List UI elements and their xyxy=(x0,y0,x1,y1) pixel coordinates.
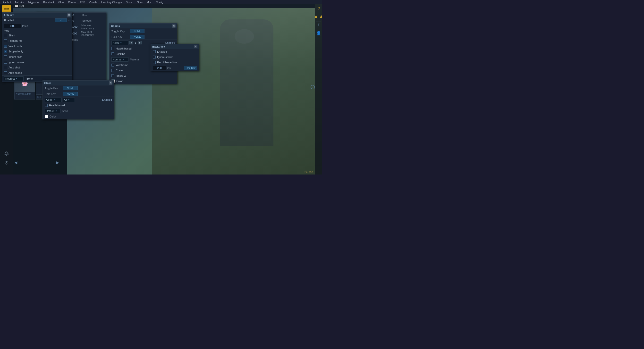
backtrack-time-input[interactable] xyxy=(153,66,166,70)
glow-toggle-key[interactable]: NONE xyxy=(63,86,78,90)
glow-health-check[interactable] xyxy=(45,104,48,107)
antiaim-window: Anti aim ✕ Enabled d ▼ Pitch Yaw Silent … xyxy=(2,12,72,82)
antiaim-close[interactable]: ✕ xyxy=(67,13,71,17)
right-question[interactable]: ? xyxy=(318,6,320,11)
glow-hold-label: Hold Key xyxy=(45,92,62,95)
watermark-text: FC 社区 xyxy=(304,170,313,174)
antiaim-autoshot-check[interactable] xyxy=(4,66,7,69)
antiaim-ff-check[interactable] xyxy=(4,39,7,42)
menu-glow[interactable]: Glow xyxy=(56,0,66,4)
chams-next[interactable]: ▶ xyxy=(138,41,142,44)
antiaim-titlebar[interactable]: Anti aim ✕ xyxy=(2,13,72,17)
chams-allies-dropdown[interactable]: Allies ▼ xyxy=(112,40,128,45)
glow-titlebar[interactable]: Glow ✕ xyxy=(43,81,114,85)
antiaim-scoped-only: Scoped only xyxy=(2,49,72,54)
antiaim-smoke-check[interactable] xyxy=(4,61,7,64)
antiaim-visible-check[interactable] xyxy=(4,45,7,47)
right-sidebar: ? ▲▲ ? 👤 xyxy=(315,4,322,174)
antiaim-autoscope-check[interactable] xyxy=(4,71,7,74)
antiaim-yaw-row: Yaw xyxy=(2,29,72,33)
menu-inventory-changer[interactable]: Inventory Changer xyxy=(99,0,124,4)
news-banner: 📰 新闻 xyxy=(13,4,315,8)
antiaim-title: Anti aim xyxy=(4,13,14,16)
glow-color-swatch[interactable] xyxy=(45,115,48,118)
antiaim-enabled-dropdown[interactable]: d xyxy=(55,18,67,22)
backtrack-enabled: Enabled xyxy=(151,49,199,54)
next-arrow[interactable]: ▶ xyxy=(56,160,59,165)
chams-color-row: Color xyxy=(110,78,177,84)
backtrack-recoil-check[interactable] xyxy=(153,61,156,64)
menu-aimbot[interactable]: Aimbot xyxy=(1,0,13,4)
menu-esp[interactable]: ESP xyxy=(78,0,87,4)
backtrack-window: Backtrack ✕ Enabled Ignore smoke Recoil … xyxy=(150,44,199,71)
menu-sound[interactable]: Sound xyxy=(124,0,135,4)
glow-style-label: Style xyxy=(62,109,68,112)
chams-wireframe-label: Wireframe xyxy=(116,64,128,66)
antiaim-enabled-arrow[interactable]: ▼ xyxy=(68,19,70,21)
news-text: 新闻 xyxy=(19,4,24,8)
svg-text:i: i xyxy=(312,86,313,89)
backtrack-close[interactable]: ✕ xyxy=(194,45,198,48)
prev-arrow[interactable]: ◀ xyxy=(14,160,17,165)
menu-triggerbot[interactable]: Triggerbot xyxy=(26,0,41,4)
chams-cover-check[interactable] xyxy=(112,69,114,72)
antiaim-silent-check[interactable] xyxy=(4,34,7,37)
chams-hold-key[interactable]: NONE xyxy=(130,35,144,39)
chams-toggle-key[interactable]: NONE xyxy=(130,29,144,33)
sidebar-power[interactable] xyxy=(2,159,11,167)
antiaim-scoped-check[interactable] xyxy=(4,50,7,53)
right-rank[interactable]: ▲▲ xyxy=(313,13,322,20)
glow-allies-value: Allies xyxy=(46,98,52,101)
glow-window: Glow ✕ Toggle Key NONE Hold Key NONE All… xyxy=(42,80,114,119)
backtrack-titlebar[interactable]: Backtrack ✕ xyxy=(151,44,199,49)
menu-visuals[interactable]: Visuals xyxy=(87,0,99,4)
menubar: Aimbot Anti aim Triggerbot Backtrack Glo… xyxy=(0,0,322,4)
antiaim-flash-check[interactable] xyxy=(4,55,7,58)
menu-chams[interactable]: Chams xyxy=(66,0,78,4)
menu-antiaim[interactable]: Anti aim xyxy=(13,0,26,4)
right-info[interactable]: i xyxy=(310,85,315,90)
chams-blinking-label: Blinking xyxy=(116,52,125,55)
chams-ignorez-check[interactable] xyxy=(112,74,114,77)
svg-point-8 xyxy=(6,153,7,154)
chams-cover-label: Cover xyxy=(116,69,123,72)
chams-health-check[interactable] xyxy=(112,47,114,50)
csgo-logo: CS:GO xyxy=(2,5,11,12)
antiaim-bone-label: Bone xyxy=(26,77,33,80)
chams-titlebar[interactable]: Chams ✕ xyxy=(110,23,177,28)
glow-allies-dropdown[interactable]: Allies ▼ xyxy=(45,98,62,102)
antiaim-flash-label: Ignore flash xyxy=(8,55,22,58)
antiaim-ignore-flash: Ignore flash xyxy=(2,54,72,59)
antiaim-bone-value: Nearest xyxy=(5,77,15,80)
chams-hold-row: Hold Key NONE xyxy=(110,34,177,39)
chams-blinking-check[interactable] xyxy=(112,52,114,55)
chams-close[interactable]: ✕ xyxy=(172,24,176,28)
chams-material-dropdown[interactable]: Normal ▼ xyxy=(112,57,128,62)
backtrack-enabled-label: Enabled xyxy=(157,50,167,53)
chams-prev[interactable]: ◀ xyxy=(130,41,133,44)
glow-hold-row: Hold Key NONE xyxy=(43,91,114,97)
glow-close[interactable]: ✕ xyxy=(109,81,112,85)
sidebar-settings[interactable] xyxy=(2,150,11,157)
backtrack-timelimit-badge[interactable]: Time limit xyxy=(184,66,197,70)
menu-backtrack[interactable]: Backtrack xyxy=(41,0,56,4)
backtrack-content: Enabled Ignore smoke Recoil based fov ms… xyxy=(151,49,199,71)
antiaim-ff-label: Friendly fire xyxy=(8,39,22,42)
glow-style-dropdown[interactable]: Default ▼ xyxy=(45,109,60,113)
backtrack-smoke-check[interactable] xyxy=(153,55,156,58)
chams-toggle-label: Toggle Key xyxy=(112,30,128,33)
chams-wireframe-check[interactable] xyxy=(112,64,114,66)
menu-misc[interactable]: Misc xyxy=(145,0,154,4)
antiaim-bone-dropdown[interactable]: Nearest ▼ xyxy=(4,76,24,81)
right-help[interactable]: ? xyxy=(316,21,321,27)
menu-config[interactable]: Config xyxy=(154,0,165,4)
backtrack-smoke: Ignore smoke xyxy=(151,54,199,60)
antiaim-pitch-input[interactable] xyxy=(4,24,21,28)
right-user[interactable]: 👤 xyxy=(316,31,321,35)
glow-hold-key[interactable]: NONE xyxy=(63,92,78,96)
antiaim-auto-shot: Auto shot xyxy=(2,65,72,70)
glow-all-dropdown[interactable]: All ▼ xyxy=(63,98,75,102)
menu-style[interactable]: Style xyxy=(135,0,145,4)
sidebar-bottom xyxy=(2,150,11,167)
backtrack-enabled-check[interactable] xyxy=(153,50,156,53)
